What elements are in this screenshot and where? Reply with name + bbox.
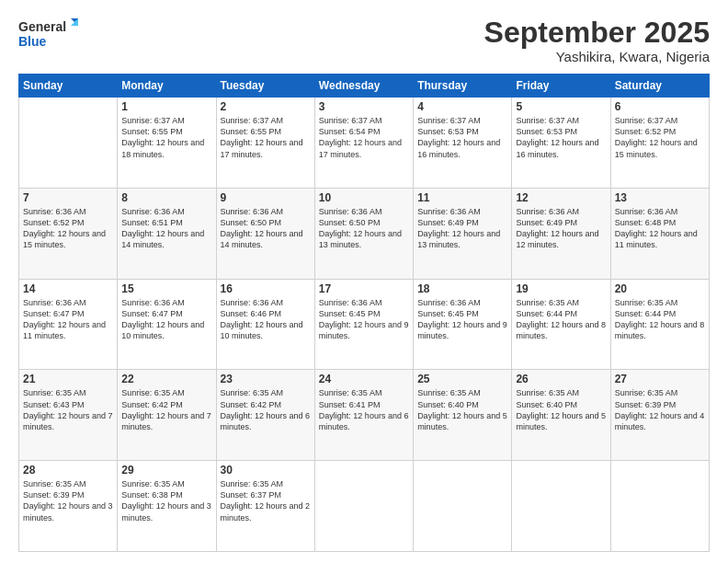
cell-info: Sunrise: 6:37 AMSunset: 6:55 PMDaylight:… [221, 116, 303, 158]
col-friday: Friday [512, 75, 610, 98]
cell-5-4 [314, 461, 413, 552]
day-number: 11 [417, 191, 507, 204]
cell-info: Sunrise: 6:35 AMSunset: 6:42 PMDaylight:… [221, 388, 311, 431]
logo-svg: General Blue [18, 17, 83, 55]
cell-2-6: 12 Sunrise: 6:36 AMSunset: 6:49 PMDaylig… [512, 188, 610, 279]
cell-info: Sunrise: 6:36 AMSunset: 6:48 PMDaylight:… [615, 207, 698, 249]
cell-info: Sunrise: 6:35 AMSunset: 6:39 PMDaylight:… [615, 388, 705, 431]
cell-1-1 [19, 98, 118, 189]
cell-1-4: 3 Sunrise: 6:37 AMSunset: 6:54 PMDayligh… [314, 98, 413, 189]
day-number: 5 [516, 100, 606, 113]
col-tuesday: Tuesday [216, 75, 314, 98]
day-number: 16 [221, 282, 311, 295]
cell-2-1: 7 Sunrise: 6:36 AMSunset: 6:52 PMDayligh… [19, 188, 118, 279]
logo: General Blue [18, 17, 83, 55]
cell-1-3: 2 Sunrise: 6:37 AMSunset: 6:55 PMDayligh… [216, 98, 314, 189]
day-number: 8 [121, 191, 211, 204]
cell-5-2: 29 Sunrise: 6:35 AMSunset: 6:38 PMDaylig… [118, 461, 216, 552]
cell-info: Sunrise: 6:36 AMSunset: 6:52 PMDaylight:… [23, 207, 106, 249]
cell-info: Sunrise: 6:36 AMSunset: 6:46 PMDaylight:… [221, 298, 303, 340]
day-number: 29 [121, 464, 211, 477]
calendar-table: Sunday Monday Tuesday Wednesday Thursday… [18, 74, 710, 552]
cell-info: Sunrise: 6:35 AMSunset: 6:42 PMDaylight:… [121, 388, 211, 431]
week-row-3: 14 Sunrise: 6:36 AMSunset: 6:47 PMDaylig… [19, 279, 710, 370]
day-number: 24 [319, 373, 409, 385]
day-number: 6 [615, 100, 705, 113]
day-number: 17 [319, 282, 409, 295]
cell-3-1: 14 Sunrise: 6:36 AMSunset: 6:47 PMDaylig… [19, 279, 118, 370]
day-number: 14 [23, 282, 113, 295]
cell-1-2: 1 Sunrise: 6:37 AMSunset: 6:55 PMDayligh… [118, 98, 216, 189]
cell-3-6: 19 Sunrise: 6:35 AMSunset: 6:44 PMDaylig… [512, 279, 610, 370]
cell-info: Sunrise: 6:35 AMSunset: 6:44 PMDaylight:… [516, 298, 606, 340]
col-monday: Monday [118, 75, 216, 98]
cell-2-2: 8 Sunrise: 6:36 AMSunset: 6:51 PMDayligh… [118, 188, 216, 279]
col-wednesday: Wednesday [314, 75, 413, 98]
cell-info: Sunrise: 6:36 AMSunset: 6:45 PMDaylight:… [417, 298, 507, 340]
page: General Blue September 2025 Yashikira, K… [0, 0, 728, 563]
week-row-2: 7 Sunrise: 6:36 AMSunset: 6:52 PMDayligh… [19, 188, 710, 279]
cell-1-7: 6 Sunrise: 6:37 AMSunset: 6:52 PMDayligh… [610, 98, 709, 189]
cell-2-4: 10 Sunrise: 6:36 AMSunset: 6:50 PMDaylig… [314, 188, 413, 279]
day-number: 4 [417, 100, 507, 113]
cell-info: Sunrise: 6:36 AMSunset: 6:50 PMDaylight:… [221, 207, 303, 249]
col-thursday: Thursday [414, 75, 512, 98]
title-block: September 2025 Yashikira, Kwara, Nigeria [484, 17, 710, 64]
day-number: 23 [221, 373, 311, 385]
cell-info: Sunrise: 6:35 AMSunset: 6:40 PMDaylight:… [417, 388, 507, 431]
col-saturday: Saturday [610, 75, 709, 98]
day-number: 13 [615, 191, 705, 204]
cell-info: Sunrise: 6:35 AMSunset: 6:37 PMDaylight:… [221, 479, 311, 522]
cell-5-5 [414, 461, 512, 552]
cell-4-6: 26 Sunrise: 6:35 AMSunset: 6:40 PMDaylig… [512, 370, 610, 461]
cell-info: Sunrise: 6:37 AMSunset: 6:55 PMDaylight:… [121, 116, 204, 158]
svg-text:Blue: Blue [18, 34, 47, 49]
cell-info: Sunrise: 6:36 AMSunset: 6:49 PMDaylight:… [516, 207, 598, 249]
cell-4-3: 23 Sunrise: 6:35 AMSunset: 6:42 PMDaylig… [216, 370, 314, 461]
location: Yashikira, Kwara, Nigeria [484, 49, 710, 64]
day-number: 12 [516, 191, 606, 204]
cell-4-1: 21 Sunrise: 6:35 AMSunset: 6:43 PMDaylig… [19, 370, 118, 461]
cell-4-2: 22 Sunrise: 6:35 AMSunset: 6:42 PMDaylig… [118, 370, 216, 461]
cell-info: Sunrise: 6:35 AMSunset: 6:43 PMDaylight:… [23, 388, 113, 431]
day-number: 15 [121, 282, 211, 295]
day-number: 26 [516, 373, 606, 385]
week-row-5: 28 Sunrise: 6:35 AMSunset: 6:39 PMDaylig… [19, 461, 710, 552]
cell-info: Sunrise: 6:36 AMSunset: 6:49 PMDaylight:… [417, 207, 500, 249]
cell-info: Sunrise: 6:36 AMSunset: 6:47 PMDaylight:… [121, 298, 204, 340]
cell-5-7 [610, 461, 709, 552]
cell-1-5: 4 Sunrise: 6:37 AMSunset: 6:53 PMDayligh… [414, 98, 512, 189]
cell-3-7: 20 Sunrise: 6:35 AMSunset: 6:44 PMDaylig… [610, 279, 709, 370]
cell-2-3: 9 Sunrise: 6:36 AMSunset: 6:50 PMDayligh… [216, 188, 314, 279]
day-number: 9 [221, 191, 311, 204]
cell-info: Sunrise: 6:37 AMSunset: 6:53 PMDaylight:… [417, 116, 500, 158]
cell-3-2: 15 Sunrise: 6:36 AMSunset: 6:47 PMDaylig… [118, 279, 216, 370]
cell-info: Sunrise: 6:36 AMSunset: 6:47 PMDaylight:… [23, 298, 106, 340]
day-number: 18 [417, 282, 507, 295]
day-number: 22 [121, 373, 211, 385]
day-number: 10 [319, 191, 409, 204]
day-number: 20 [615, 282, 705, 295]
cell-info: Sunrise: 6:35 AMSunset: 6:44 PMDaylight:… [615, 298, 705, 340]
day-number: 2 [221, 100, 311, 113]
cell-2-7: 13 Sunrise: 6:36 AMSunset: 6:48 PMDaylig… [610, 188, 709, 279]
cell-3-3: 16 Sunrise: 6:36 AMSunset: 6:46 PMDaylig… [216, 279, 314, 370]
cell-info: Sunrise: 6:36 AMSunset: 6:50 PMDaylight:… [319, 207, 402, 249]
day-number: 21 [23, 373, 113, 385]
cell-3-4: 17 Sunrise: 6:36 AMSunset: 6:45 PMDaylig… [314, 279, 413, 370]
day-number: 1 [121, 100, 211, 113]
cell-3-5: 18 Sunrise: 6:36 AMSunset: 6:45 PMDaylig… [414, 279, 512, 370]
cell-info: Sunrise: 6:35 AMSunset: 6:41 PMDaylight:… [319, 388, 409, 431]
day-number: 27 [615, 373, 705, 385]
day-number: 25 [417, 373, 507, 385]
cell-info: Sunrise: 6:36 AMSunset: 6:45 PMDaylight:… [319, 298, 409, 340]
week-row-4: 21 Sunrise: 6:35 AMSunset: 6:43 PMDaylig… [19, 370, 710, 461]
cell-4-4: 24 Sunrise: 6:35 AMSunset: 6:41 PMDaylig… [314, 370, 413, 461]
cell-5-6 [512, 461, 610, 552]
calendar-header-row: Sunday Monday Tuesday Wednesday Thursday… [19, 75, 710, 98]
week-row-1: 1 Sunrise: 6:37 AMSunset: 6:55 PMDayligh… [19, 98, 710, 189]
day-number: 19 [516, 282, 606, 295]
cell-info: Sunrise: 6:37 AMSunset: 6:53 PMDaylight:… [516, 116, 598, 158]
cell-info: Sunrise: 6:35 AMSunset: 6:40 PMDaylight:… [516, 388, 606, 431]
day-number: 30 [221, 464, 311, 477]
